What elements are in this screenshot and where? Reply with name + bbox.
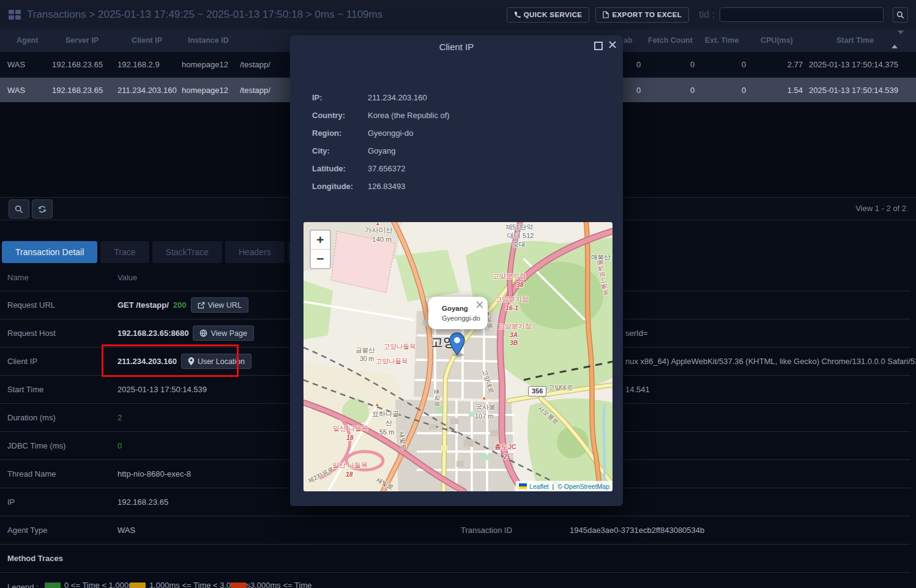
openstreetmap-link[interactable]: © OpenStreetMap <box>557 483 609 490</box>
modal-field-value: Korea (the Republic of) <box>368 111 450 120</box>
grid-column-header[interactable]: Server IP <box>65 36 99 45</box>
map-label: 18 <box>346 434 354 441</box>
detail-value-column-header: Value <box>117 273 137 282</box>
leaflet-link[interactable]: Leaflet <box>529 483 549 490</box>
transaction-id-value: 1945dae3ae0-3731ecb2ff843080534b <box>570 526 704 535</box>
table-cell: 0 <box>636 52 641 77</box>
map-label: 고양대로 <box>548 385 573 391</box>
detail-row-name: Request Host <box>7 329 56 338</box>
table-cell: /testapp/ <box>240 52 270 77</box>
detail-row-name: JDBC Time (ms) <box>7 441 65 450</box>
map-label: 묘하나골 <box>372 411 399 417</box>
view-url-button[interactable]: View URL <box>191 297 248 313</box>
map-label: 356 <box>528 386 546 396</box>
detail-row-name: Agent Type <box>7 526 48 535</box>
popup-close-icon[interactable] <box>476 301 483 308</box>
map-popup: Goyang Gyeonggi-do <box>428 297 488 329</box>
table-cell: /testapp/ <box>240 78 270 103</box>
close-icon[interactable] <box>609 41 616 48</box>
grid-column-header[interactable]: Client IP <box>132 36 162 45</box>
detail-row-name: Request URL <box>7 300 55 310</box>
map-marker-pin[interactable] <box>448 332 466 359</box>
table-cell: 2025-01-13 17:50:14.375 <box>809 52 898 77</box>
table-cell: 0 <box>636 78 641 103</box>
map-label: 호국로 <box>433 389 440 407</box>
detail-value-fragment: serId= <box>625 329 648 338</box>
detail-row-name: Duration (ms) <box>7 413 56 422</box>
zoom-in-button[interactable]: + <box>311 231 330 250</box>
map-label: 107 m <box>475 413 494 420</box>
leaflet-map[interactable]: ▲가사미산140 m제51탄약대대 512중대매봉산통일로나들목고양분기점38고… <box>303 222 613 491</box>
detail-row-value: http-nio-8680-exec-8 <box>117 460 191 488</box>
sort-arrows-icon[interactable] <box>892 34 899 45</box>
detail-row-value: GET /testapp/200View URL <box>117 291 248 319</box>
map-label: 16-1 <box>505 305 518 311</box>
map-label: 중대 <box>512 241 526 248</box>
grid-column-header[interactable]: CPU(ms) <box>761 36 793 45</box>
map-label: 고양나들목 <box>384 343 416 350</box>
maximize-icon[interactable] <box>594 42 603 50</box>
detail-value-text: http-nio-8680-exec-8 <box>117 469 191 478</box>
map-label: ▲ <box>375 222 381 226</box>
grid-column-header[interactable]: Ext. Time <box>705 36 739 45</box>
grid-column-header[interactable]: ab <box>624 36 633 45</box>
export-to-excel-button[interactable]: EXPORT TO EXCEL <box>595 7 689 23</box>
legend-text: 3,000ms <= Time <box>250 581 311 588</box>
refresh-icon <box>38 205 47 214</box>
table-cell: homepage12 <box>182 52 228 77</box>
tab-headers[interactable]: Headers <box>225 241 285 263</box>
map-label: 금봉산 <box>356 347 375 354</box>
detail-value-fragment: 14.541 <box>625 385 650 394</box>
table-cell: 2.77 <box>756 52 803 77</box>
tid-search-button[interactable] <box>893 7 908 23</box>
grid-column-header[interactable]: Start Time <box>836 36 874 45</box>
legend-item: 3,000ms <= Time <box>231 581 311 588</box>
detail-row-name: IP <box>7 497 15 507</box>
detail-value-text: WAS <box>117 526 135 535</box>
map-label: 대대 512 <box>507 233 534 239</box>
popup-city: Goyang <box>442 305 468 312</box>
tab-trace[interactable]: Trace <box>100 241 149 263</box>
tab-stacktrace[interactable]: StackTrace <box>152 241 222 263</box>
client-ip-modal: Client IP IP:211.234.203.160Country:Kore… <box>290 35 623 506</box>
grid-search-button[interactable] <box>9 199 29 218</box>
table-cell: 192.168.23.65 <box>52 52 103 77</box>
map-zoom-control: + − <box>310 229 331 269</box>
grid-column-header[interactable]: Instance ID <box>188 36 229 45</box>
tab-transaction-detail[interactable]: Transaction Detail <box>2 241 97 263</box>
legend-swatch <box>231 582 247 588</box>
grid-column-header[interactable]: Agent <box>17 36 38 45</box>
search-icon <box>15 205 23 214</box>
detail-row-value: WAS <box>117 516 135 544</box>
pager-view-count: View 1 - 2 of 2 <box>855 204 906 213</box>
map-label: ▲ <box>482 395 487 401</box>
search-icon <box>896 11 904 19</box>
map-label: 3B <box>510 340 518 346</box>
quick-service-button[interactable]: QUICK SERVICE <box>507 7 590 23</box>
user-location-button[interactable]: User Location <box>181 354 251 369</box>
legend-swatch <box>45 582 61 588</box>
zoom-out-button[interactable]: − <box>311 250 330 268</box>
map-label: 3A <box>510 332 518 338</box>
detail-row-value: 2025-01-13 17:50:14.539 <box>117 376 207 403</box>
refresh-button[interactable] <box>32 199 53 218</box>
quick-service-label: QUICK SERVICE <box>524 11 583 18</box>
map-attribution: Leaflet | © OpenStreetMap <box>516 481 613 491</box>
map-label: 고양나들목 <box>376 358 408 365</box>
topbar-actions: QUICK SERVICE EXPORT TO EXCEL tid : <box>501 7 916 23</box>
view-page-button[interactable]: View Page <box>193 326 254 341</box>
table-cell: 192.168.23.65 <box>52 78 103 103</box>
ukraine-flag-icon <box>519 483 527 489</box>
modal-title: Client IP <box>290 42 623 52</box>
export-to-excel-label: EXPORT TO EXCEL <box>612 11 682 18</box>
detail-row-value: 2 <box>117 404 122 431</box>
legend-label: Legend : <box>7 582 39 588</box>
legend-row: Legend : 0 <= Time < 1,000ms1,000ms <= T… <box>0 573 910 588</box>
legend-text: 0 <= Time < 1,000ms <box>64 581 139 588</box>
tid-input[interactable] <box>720 7 884 22</box>
table-cell: 211.234.203.160 <box>117 78 177 103</box>
table-cell: 2025-01-13 17:50:14.539 <box>809 78 898 103</box>
modal-field-label: Region: <box>312 128 341 138</box>
grid-column-header[interactable]: Fetch Count <box>648 36 693 45</box>
external-link-icon <box>198 302 205 309</box>
